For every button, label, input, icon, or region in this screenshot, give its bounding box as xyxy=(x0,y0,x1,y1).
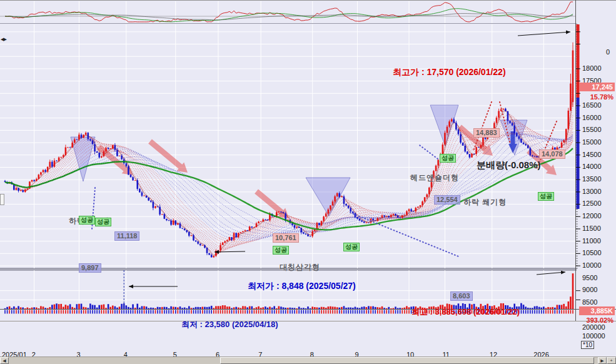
price-axis-tick: 16500 xyxy=(582,101,615,109)
price-flag: 8,603 xyxy=(450,291,473,301)
price-axis-tick: 18000 xyxy=(582,64,615,72)
pane-collapse-icon[interactable]: ◀▶ xyxy=(1,37,6,42)
price-axis-tick: 15500 xyxy=(582,126,615,133)
pattern-label: 헤드앤숄더형 xyxy=(410,173,459,183)
price-flag: 12,554 xyxy=(434,195,460,205)
current-volume-tag: 3,885K xyxy=(579,306,615,315)
volume-axis-tick: 200000 xyxy=(582,323,615,331)
price-axis-tick: 9000 xyxy=(582,286,615,293)
price-axis-tick: 10500 xyxy=(582,249,615,256)
horizontal-scrollbar[interactable]: ◀ ▶ + xyxy=(0,356,616,364)
success-badge: 성공 xyxy=(79,216,95,225)
price-flag: 14,883 xyxy=(473,128,500,138)
price-flag: 10,761 xyxy=(273,233,299,243)
volume-multiplier: *10 xyxy=(581,341,594,349)
price-flag: 11,118 xyxy=(114,231,139,241)
volume-low-annotation: 최저 : 23,580 (2025/04/18) xyxy=(181,319,278,330)
price-axis-tick: 16000 xyxy=(582,114,615,121)
app-window: 【7400】 통합차트(주식종합) - SOL 전고체배터리&실리콘음극재(00… xyxy=(0,0,616,364)
lowest-price-annotation: 최저가 : 8,848 (2025/05/27) xyxy=(248,281,356,292)
scroll-left-button[interactable]: ◀ xyxy=(0,357,9,364)
success-badge: 성공 xyxy=(440,154,456,163)
volume-axis-tick: 100000 xyxy=(582,332,615,340)
zoom-plus-button[interactable]: + xyxy=(607,357,616,364)
price-axis-tick: 12000 xyxy=(582,212,615,220)
current-volume-percent: 393.02% xyxy=(579,316,613,324)
success-badge: 성공 xyxy=(343,243,360,251)
price-axis-tick: 14500 xyxy=(582,151,615,158)
price-axis-tick: 15000 xyxy=(582,138,615,146)
oscillator-zero-label: 0 xyxy=(582,48,610,56)
scrollbar-thumb[interactable] xyxy=(220,357,594,364)
chart-plot xyxy=(0,0,616,364)
price-flag: 9,897 xyxy=(79,263,101,273)
price-axis-tick: 11500 xyxy=(582,225,615,232)
current-price-tag: 17,245 xyxy=(579,83,615,91)
success-badge: 성공 xyxy=(273,246,289,255)
price-flag: 14,078 xyxy=(539,149,565,159)
pattern-label: 분배량(-0.08%) xyxy=(477,159,541,171)
price-axis-tick: 14000 xyxy=(582,163,615,170)
price-axis-tick: 11000 xyxy=(582,237,615,245)
current-change-percent: 15.78% xyxy=(579,93,613,101)
price-axis-tick: 12500 xyxy=(582,200,615,207)
price-axis-tick: 13000 xyxy=(582,188,615,195)
price-axis-tick: 10000 xyxy=(582,261,615,269)
success-badge: 성공 xyxy=(95,218,111,226)
highest-price-annotation: 최고가 : 17,570 (2026/01/22) xyxy=(393,67,506,78)
scroll-right-button[interactable]: ▶ xyxy=(598,357,607,364)
volume-high-annotation: 최고 : 3,885,698 (2026/01/22) xyxy=(412,306,520,318)
price-axis-tick: 13500 xyxy=(582,175,615,183)
price-axis-tick: 9500 xyxy=(582,274,615,281)
price-axis-tick: 8500 xyxy=(582,298,615,306)
pattern-label: 대칭삼각형 xyxy=(280,262,320,273)
success-badge: 성공 xyxy=(538,192,554,201)
axis-handle[interactable] xyxy=(0,194,4,205)
pattern-label: 하락 쐐기형 xyxy=(463,197,507,208)
chart-area[interactable]: ◀▶ 1800017500165001600015500150001450014… xyxy=(0,36,616,356)
